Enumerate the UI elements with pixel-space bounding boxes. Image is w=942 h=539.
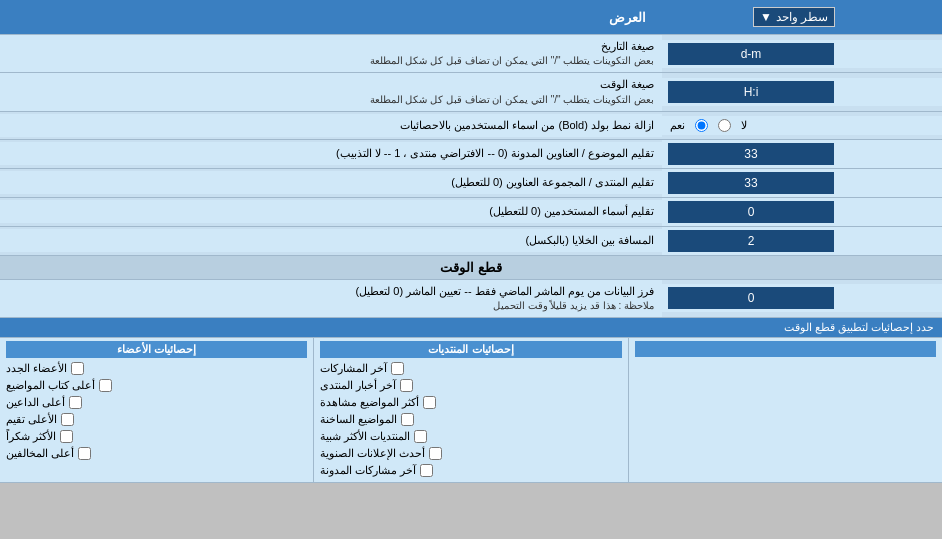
list-item: آخر المشاركات: [320, 360, 621, 377]
checkbox-last-news[interactable]: [400, 379, 413, 392]
date-format-sublabel: بعض التكوينات يتطلب "/" التي يمكن ان تضا…: [8, 54, 654, 68]
checkbox-most-viewed[interactable]: [423, 396, 436, 409]
topic-sort-label: تقليم الموضوع / العناوين المدونة (0 -- ا…: [8, 146, 654, 161]
checkbox-most-thanked[interactable]: [60, 430, 73, 443]
list-item: الأعلى تقيم: [6, 411, 307, 428]
cut-time-input[interactable]: [668, 287, 834, 309]
checkbox-top-rated[interactable]: [61, 413, 74, 426]
display-dropdown[interactable]: سطر واحد ▼: [753, 7, 835, 27]
radio-no-label: لا: [741, 119, 747, 132]
time-format-input[interactable]: [668, 81, 834, 103]
checkbox-most-popular-forums[interactable]: [414, 430, 427, 443]
checkboxes-section-header: حدد إحصائيات لتطبيق قطع الوقت: [0, 318, 942, 338]
cut-time-sublabel: ملاحظة : هذا قد يزيد قليلاً وقت التحميل: [8, 299, 654, 313]
col3-header: [635, 341, 936, 357]
forum-trim-label: تقليم المنتدى / المجموعة العناوين (0 للت…: [8, 175, 654, 190]
checkbox-new-members[interactable]: [71, 362, 84, 375]
list-item: أعلى الداعين: [6, 394, 307, 411]
checkbox-hot-topics[interactable]: [401, 413, 414, 426]
checkbox-last-blog-posts[interactable]: [420, 464, 433, 477]
time-format-label: صيغة الوقت: [8, 77, 654, 92]
cell-space-input[interactable]: [668, 230, 834, 252]
radio-yes[interactable]: [695, 119, 708, 132]
checkbox-top-topic-writers[interactable]: [99, 379, 112, 392]
col2-header: إحصائيات المنتديات: [320, 341, 621, 358]
checkbox-top-inviters[interactable]: [69, 396, 82, 409]
cut-time-header: قطع الوقت: [0, 256, 942, 280]
cell-space-label: المسافة بين الخلايا (بالبكسل): [8, 233, 654, 248]
forum-trim-input[interactable]: [668, 172, 834, 194]
list-item: الأكثر شكراً: [6, 428, 307, 445]
list-item: آخر أخبار المنتدى: [320, 377, 621, 394]
topic-sort-input[interactable]: [668, 143, 834, 165]
user-trim-label: تقليم أسماء المستخدمين (0 للتعطيل): [8, 204, 654, 219]
time-format-sublabel: بعض التكوينات يتطلب "/" التي يمكن ان تضا…: [8, 93, 654, 107]
list-item: أكثر المواضيع مشاهدة: [320, 394, 621, 411]
checkbox-top-violators[interactable]: [78, 447, 91, 460]
checkbox-latest-announcements[interactable]: [429, 447, 442, 460]
list-item: أعلى كتاب المواضيع: [6, 377, 307, 394]
radio-no[interactable]: [718, 119, 731, 132]
dropdown-arrow-icon: ▼: [760, 10, 772, 24]
section-title: العرض: [8, 10, 654, 25]
checkbox-last-posts[interactable]: [391, 362, 404, 375]
list-item: آخر مشاركات المدونة: [320, 462, 621, 479]
list-item: المنتديات الأكثر شبية: [320, 428, 621, 445]
cut-time-label: فرز البيانات من يوم الماشر الماضي فقط --…: [8, 284, 654, 299]
list-item: الأعضاء الجدد: [6, 360, 307, 377]
radio-yes-label: نعم: [670, 119, 685, 132]
date-format-input[interactable]: [668, 43, 834, 65]
col1-header: إحصائيات الأعضاء: [6, 341, 307, 358]
list-item: المواضيع الساخنة: [320, 411, 621, 428]
list-item: أحدث الإعلانات الصنوية: [320, 445, 621, 462]
bold-remove-label: ازالة نمط بولد (Bold) من اسماء المستخدمي…: [8, 118, 654, 133]
dropdown-label: سطر واحد: [776, 10, 828, 24]
list-item: أعلى المخالفين: [6, 445, 307, 462]
date-format-label: صيغة التاريخ: [8, 39, 654, 54]
user-trim-input[interactable]: [668, 201, 834, 223]
